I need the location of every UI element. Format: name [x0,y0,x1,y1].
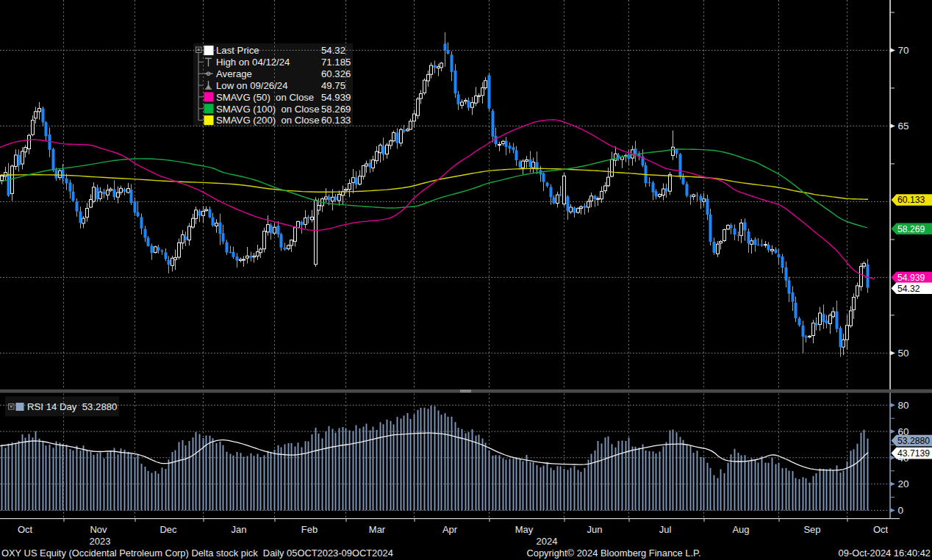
svg-text:RSI 14 Day 53.2880: RSI 14 Day 53.2880 [27,401,117,412]
svg-text:49.75: 49.75 [321,80,345,91]
svg-text:54.32: 54.32 [321,45,345,56]
svg-text:60.326: 60.326 [321,68,351,79]
svg-text:Copyright© 2024 Bloomberg Fina: Copyright© 2024 Bloomberg Finance L.P. [526,548,700,559]
svg-text:53.2880: 53.2880 [897,436,930,446]
svg-text:Dec: Dec [159,524,177,535]
svg-text:Apr: Apr [442,524,458,535]
svg-text:65: 65 [898,121,909,132]
svg-text:Feb: Feb [301,524,318,535]
svg-text:0: 0 [898,505,904,516]
svg-text:SMAVG (100) on Close: SMAVG (100) on Close [216,104,319,115]
svg-text:OXY US Equity (Occidental Petr: OXY US Equity (Occidental Petroleum Corp… [1,548,393,559]
svg-text:2024: 2024 [537,536,558,547]
svg-text:Jun: Jun [587,524,603,535]
svg-text:Aug: Aug [732,524,749,535]
svg-text:20: 20 [898,478,909,489]
svg-text:Oct: Oct [18,524,33,535]
svg-text:Mar: Mar [369,524,386,535]
svg-text:80: 80 [898,400,909,411]
svg-text:Average: Average [216,68,252,79]
svg-text:43.7139: 43.7139 [897,448,930,459]
svg-text:2023: 2023 [90,536,111,547]
svg-text:71.185: 71.185 [321,57,351,68]
svg-text:09-Oct-2024 16:40:42: 09-Oct-2024 16:40:42 [839,548,931,559]
svg-text:May: May [515,524,534,535]
svg-text:Last Price: Last Price [216,45,259,56]
svg-text:Jan: Jan [232,524,247,535]
svg-text:SMAVG (200) on Close: SMAVG (200) on Close [216,115,319,126]
svg-text:54.939: 54.939 [321,92,351,103]
svg-text:54.32: 54.32 [897,284,920,294]
svg-text:58.269: 58.269 [321,104,351,115]
svg-text:SMAVG (50) on Close: SMAVG (50) on Close [216,92,314,103]
svg-text:58.269: 58.269 [897,224,925,234]
svg-text:Jul: Jul [659,524,672,535]
svg-text:70: 70 [898,45,909,56]
svg-text:60.133: 60.133 [897,195,925,205]
svg-text:Sep: Sep [803,524,820,535]
svg-text:Low on 09/26/24: Low on 09/26/24 [216,80,288,91]
svg-text:60.133: 60.133 [321,115,351,126]
svg-text:Oct: Oct [873,524,889,535]
svg-text:High on 04/12/24: High on 04/12/24 [216,57,290,68]
svg-text:50: 50 [898,348,909,359]
svg-text:54.939: 54.939 [897,273,925,283]
svg-text:Nov: Nov [90,524,107,535]
